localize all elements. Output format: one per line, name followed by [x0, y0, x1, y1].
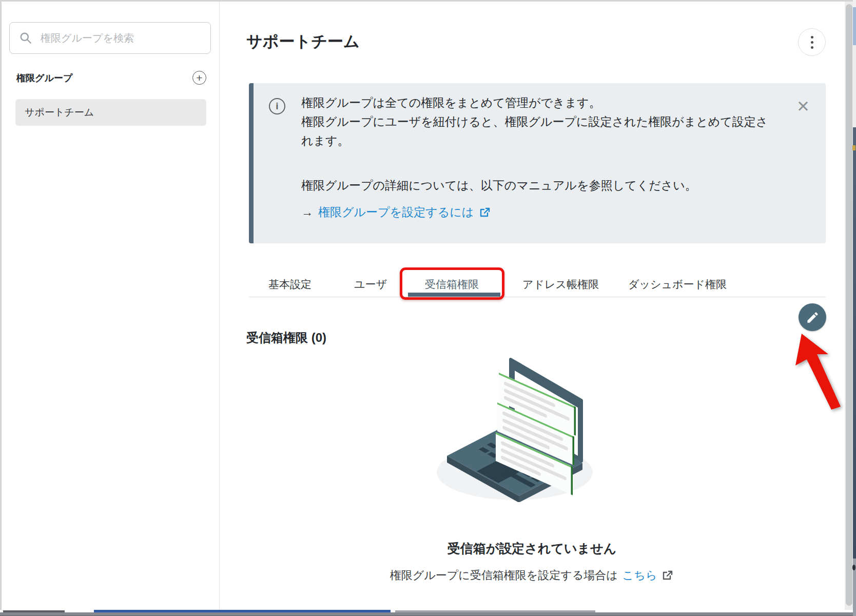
- page-title: サポートチーム: [246, 31, 360, 52]
- active-tab-underline: [408, 293, 500, 297]
- banner-line: れます。: [301, 131, 784, 150]
- banner-line: 権限グループの詳細については、以下のマニュアルを参照してください。: [301, 176, 784, 195]
- empty-state-title: 受信箱が設定されていません: [219, 540, 845, 557]
- edit-inbox-permissions-button[interactable]: [799, 303, 826, 331]
- manual-link[interactable]: 権限グループを設定するには: [318, 203, 474, 222]
- right-edge-mark: [852, 145, 855, 150]
- tab-users[interactable]: ユーザ: [354, 277, 387, 292]
- scrollbar-thumb[interactable]: [846, 4, 852, 606]
- banner-line: 権限グループは全ての権限をまとめて管理ができます。: [301, 93, 784, 112]
- sidebar-item-label: サポートチーム: [25, 106, 94, 119]
- search-input[interactable]: [40, 32, 185, 45]
- external-link-icon: [479, 206, 491, 219]
- sidebar-item-support-team[interactable]: サポートチーム: [15, 99, 206, 126]
- window-left-edge: [0, 0, 2, 612]
- right-edge-band: [853, 7, 856, 45]
- annotation-arrow: [795, 334, 847, 411]
- inbox-permission-help-link[interactable]: こちら: [622, 568, 657, 583]
- tab-baseline: [249, 297, 826, 297]
- tab-dashboard-permissions[interactable]: ダッシュボード権限: [628, 277, 727, 292]
- right-edge-band: [853, 127, 856, 559]
- kebab-icon: [811, 36, 813, 38]
- right-edge-band: [853, 0, 856, 7]
- banner-text: 権限グループは全ての権限をまとめて管理ができます。 権限グループにユーザを紐付け…: [301, 93, 784, 222]
- arrow-right-glyph: →: [301, 203, 313, 222]
- empty-state-description-text: 権限グループに受信箱権限を設定する場合は: [390, 568, 618, 583]
- section-title: 受信箱権限 (0): [246, 330, 326, 346]
- more-actions-button[interactable]: [798, 28, 826, 56]
- empty-state-description: 権限グループに受信箱権限を設定する場合は こちら: [219, 568, 845, 583]
- bottom-text-fragment: [3, 610, 65, 612]
- tab-inbox-permissions[interactable]: 受信箱権限: [425, 277, 479, 292]
- sidebar-section-title: 権限グループ: [16, 72, 72, 84]
- laptop-documents-illustration: [434, 352, 598, 502]
- info-icon: i: [269, 98, 285, 114]
- sidebar-divider: [219, 2, 220, 612]
- search-icon: [19, 31, 32, 45]
- window-top-edge: [0, 0, 856, 2]
- bottom-text-fragment: [395, 610, 595, 612]
- sidebar-section-header: 権限グループ +: [16, 71, 206, 85]
- add-permission-group-button[interactable]: +: [192, 71, 206, 85]
- banner-close-button[interactable]: ✕: [793, 97, 813, 116]
- right-edge-mark: [852, 565, 855, 570]
- external-link-icon: [662, 569, 674, 582]
- permission-group-settings-page: 権限グループ + サポートチーム サポートチーム i 権限グループは全ての権限を…: [0, 0, 856, 616]
- pencil-icon: [806, 311, 820, 324]
- permission-group-search-box[interactable]: [9, 22, 211, 54]
- tab-addressbook-permissions[interactable]: アドレス帳権限: [522, 277, 599, 292]
- right-edge-band: [853, 45, 856, 127]
- banner-line: 権限グループにユーザを紐付けると、権限グループに設定された権限がまとめて設定さ: [301, 112, 784, 131]
- tab-basic-settings[interactable]: 基本設定: [268, 277, 312, 292]
